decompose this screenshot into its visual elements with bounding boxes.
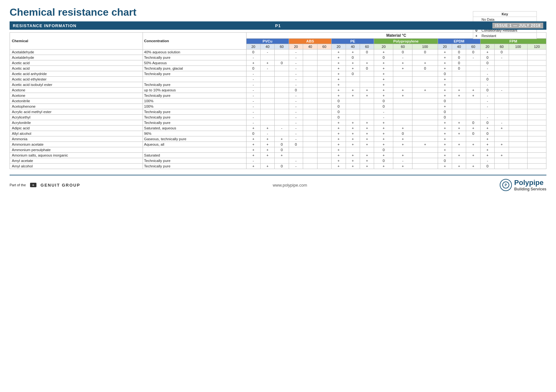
table-row: Acetonitrile100%--000- [10, 98, 546, 104]
cell-value [317, 109, 331, 115]
cell-value: - [246, 158, 260, 164]
cell-value [260, 104, 274, 109]
cell-value: - [393, 55, 412, 60]
cell-value: - [246, 104, 260, 109]
cell-value: - [246, 88, 260, 93]
cell-value [452, 147, 466, 153]
cell-value [393, 98, 412, 104]
cell-value [275, 55, 289, 60]
cell-value [303, 82, 317, 88]
footer: Part of the G GENUIT GROUP www.polypipe.… [10, 175, 546, 195]
cell-value [303, 98, 317, 104]
cell-value [260, 55, 274, 60]
table-row: Allyl alcohol96%0--++++0++00 [10, 131, 546, 136]
cell-value [412, 136, 438, 142]
polypipe-icon: P [499, 179, 512, 191]
col-header-temp: 60 [495, 44, 509, 50]
cell-value [260, 120, 274, 126]
cell-value: + [374, 136, 393, 142]
cell-value: + [332, 71, 346, 77]
cell-value: - [246, 77, 260, 82]
cell-value: + [438, 120, 452, 126]
cell-value: + [466, 93, 480, 98]
table-row: AmmoniaGaseous, technically pure+++-++++… [10, 136, 546, 142]
cell-value: + [360, 136, 374, 142]
cell-value: + [246, 126, 260, 131]
cell-concentration: Saturated, aqueous [143, 126, 246, 131]
cell-value [452, 109, 466, 115]
cell-value [495, 158, 509, 164]
cell-value [317, 147, 331, 153]
cell-value [260, 109, 274, 115]
cell-chemical: Acrylonitrile [10, 120, 143, 126]
cell-value [495, 60, 509, 66]
cell-value: + [374, 77, 393, 82]
cell-value: + [260, 142, 274, 147]
col-header-temp: 40 [346, 44, 360, 50]
cell-value [260, 71, 274, 77]
resistance-info-label: RESISTANCE INFORMATION [13, 23, 492, 28]
table-row: Acetic acid ethylester--+++0 [10, 77, 546, 82]
cell-chemical: Amyl acetate [10, 158, 143, 164]
cell-value: + [360, 164, 374, 169]
cell-value [260, 88, 274, 93]
cell-concentration: 50% Aqueous [143, 60, 246, 66]
cell-value: + [438, 136, 452, 142]
cell-value: - [260, 50, 274, 55]
cell-value [303, 153, 317, 158]
cell-value [466, 136, 480, 142]
cell-value: - [495, 55, 509, 60]
cell-value [466, 147, 480, 153]
cell-value [509, 55, 528, 60]
cell-value: + [374, 71, 393, 77]
cell-value [360, 147, 374, 153]
cell-value [303, 50, 317, 55]
cell-chemical: Acetic acid ethylester [10, 77, 143, 82]
cell-value: + [438, 104, 452, 109]
cell-value [466, 104, 480, 109]
cell-value: 0 [346, 71, 360, 77]
cell-value [495, 131, 509, 136]
cell-value: + [393, 153, 412, 158]
cell-value: + [393, 60, 412, 66]
table-row: Ammonium persulphate++0+0++ [10, 147, 546, 153]
cell-value: - [275, 126, 289, 131]
cell-value: 0 [332, 98, 346, 104]
cell-value [260, 77, 274, 82]
cell-value [528, 115, 546, 120]
cell-value: + [332, 126, 346, 131]
cell-value: + [275, 153, 289, 158]
cell-value [528, 50, 546, 55]
cell-value: 0 [438, 71, 452, 77]
cell-value: + [346, 66, 360, 71]
cell-concentration: 96% [143, 131, 246, 136]
key-title: Key [473, 12, 536, 17]
cell-value [452, 71, 466, 77]
cell-value: + [480, 50, 494, 55]
cell-value [528, 104, 546, 109]
cell-value [528, 109, 546, 115]
cell-value: + [260, 60, 274, 66]
cell-concentration: Technically pure [143, 71, 246, 77]
cell-value: - [246, 109, 260, 115]
cell-value: 0 [374, 158, 393, 164]
table-row: AcetaldehydeTechnically pure--+00-+0-0- [10, 55, 546, 60]
cell-value [528, 164, 546, 169]
cell-value: 0 [275, 164, 289, 169]
cell-value: + [360, 158, 374, 164]
cell-value [393, 115, 412, 120]
cell-value [303, 93, 317, 98]
cell-value [346, 98, 360, 104]
cell-value [303, 55, 317, 60]
cell-value [412, 71, 438, 77]
cell-value [528, 60, 546, 66]
cell-value: + [260, 136, 274, 142]
cell-value: 0 [480, 131, 494, 136]
cell-value [509, 131, 528, 136]
cell-value [303, 109, 317, 115]
cell-value: + [374, 93, 393, 98]
cell-value: + [374, 126, 393, 131]
cell-value [275, 115, 289, 120]
cell-value: + [438, 93, 452, 98]
cell-value: + [495, 142, 509, 147]
